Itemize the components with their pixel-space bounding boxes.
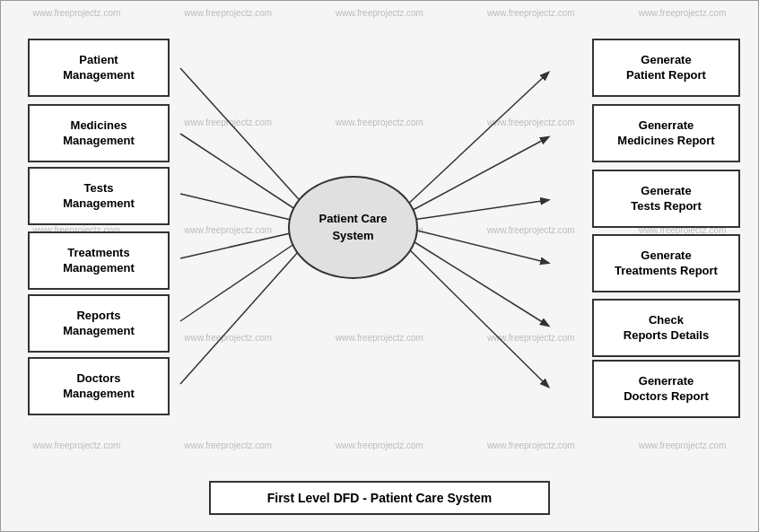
svg-line-10 xyxy=(405,236,548,326)
reports-management-label: ReportsManagement xyxy=(63,309,134,339)
tests-management-label: TestsManagement xyxy=(63,181,134,212)
patient-management-box: PatientManagement xyxy=(28,39,170,97)
doctors-management-label: DoctorsManagement xyxy=(63,371,134,402)
svg-line-3 xyxy=(180,230,306,258)
generate-medicines-report-label: GenerrateMedicines Report xyxy=(617,118,714,149)
svg-line-9 xyxy=(406,228,548,263)
watermark-row-1: www.freeprojectz.com www.freeprojectz.co… xyxy=(1,8,758,18)
treatments-management-box: TreatmentsManagement xyxy=(28,231,170,290)
doctors-management-box: DoctorsManagement xyxy=(28,357,170,415)
svg-line-7 xyxy=(405,137,548,214)
generate-patient-report-box: GeneratePatient Report xyxy=(592,39,740,97)
generate-treatments-report-box: GenerateTreatments Report xyxy=(592,234,740,292)
svg-line-11 xyxy=(403,243,548,387)
generate-doctors-report-label: GenerrateDoctors Report xyxy=(624,374,709,405)
tests-management-box: TestsManagement xyxy=(28,167,170,225)
svg-line-6 xyxy=(405,73,548,207)
treatments-management-label: TreatmentsManagement xyxy=(63,246,134,276)
main-container: www.freeprojectz.com www.freeprojectz.co… xyxy=(0,0,759,532)
medicines-management-box: MedicinesManagement xyxy=(28,104,170,162)
svg-line-5 xyxy=(180,243,306,384)
generate-patient-report-label: GeneratePatient Report xyxy=(626,53,706,83)
center-circle: Patient CareSystem xyxy=(288,176,418,279)
svg-line-1 xyxy=(180,134,306,216)
check-reports-details-box: CheckReports Details xyxy=(592,299,740,357)
generate-treatments-report-label: GenerateTreatments Report xyxy=(615,249,718,279)
svg-line-8 xyxy=(406,200,548,221)
bottom-title-label: First Level DFD - Patient Care System xyxy=(267,491,493,505)
center-label: Patient CareSystem xyxy=(319,211,388,243)
generate-medicines-report-box: GenerrateMedicines Report xyxy=(592,104,740,162)
patient-management-label: PatientManagement xyxy=(63,53,134,83)
generate-tests-report-label: GenerateTests Report xyxy=(631,184,702,214)
bottom-title: First Level DFD - Patient Care System xyxy=(209,481,550,515)
watermark-row-5: www.freeprojectz.com www.freeprojectz.co… xyxy=(1,440,758,450)
check-reports-details-label: CheckReports Details xyxy=(624,313,709,344)
svg-line-2 xyxy=(180,194,306,223)
medicines-management-label: MedicinesManagement xyxy=(63,118,134,149)
reports-management-box: ReportsManagement xyxy=(28,294,170,353)
generate-doctors-report-box: GenerrateDoctors Report xyxy=(592,360,740,418)
svg-line-0 xyxy=(180,68,306,207)
generate-tests-report-box: GenerateTests Report xyxy=(592,170,740,228)
svg-line-4 xyxy=(180,236,306,321)
